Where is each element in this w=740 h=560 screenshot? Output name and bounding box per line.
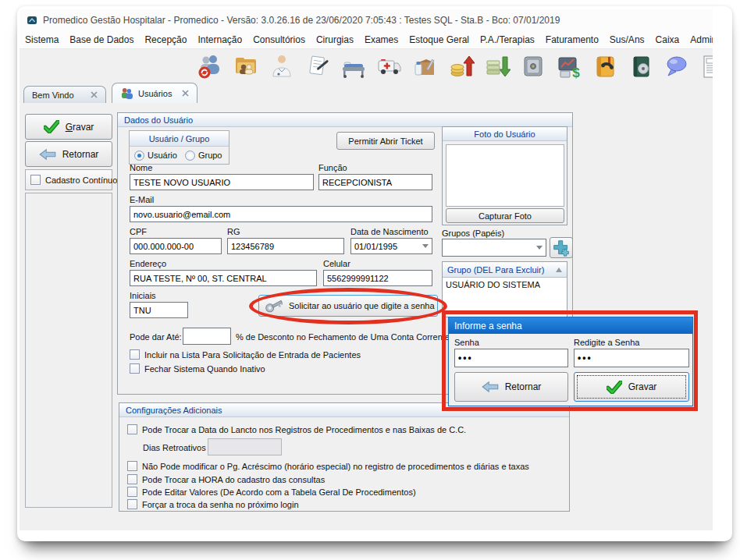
menu-faturamento[interactable]: Faturamento: [540, 32, 604, 48]
tab-close-icon[interactable]: [91, 91, 98, 98]
menu-bar: Sistema Base de Dados Recepção Internaçã…: [20, 31, 713, 48]
gravar-label: Gravar: [66, 122, 94, 133]
radio-grupo[interactable]: [185, 151, 195, 161]
menu-sistema[interactable]: Sistema: [20, 32, 64, 48]
cpf-input[interactable]: 000.000.000-00: [130, 238, 222, 254]
sync-users-icon[interactable]: [197, 53, 223, 80]
rg-input[interactable]: 123456789: [227, 238, 344, 254]
config-data-checkbox[interactable]: [127, 424, 137, 434]
revenue-down-icon[interactable]: [484, 53, 511, 80]
grupos-list: Grupo (DEL Para Excluir) USUÁRIO DO SIST…: [442, 261, 567, 317]
cadastro-continuo-checkbox[interactable]: [30, 175, 41, 185]
menu-recepcao[interactable]: Recepção: [139, 32, 192, 48]
iniciais-input[interactable]: TNU: [130, 302, 188, 318]
patients-folder-icon[interactable]: [233, 53, 259, 80]
cpf-label: CPF: [130, 227, 147, 236]
nome-input[interactable]: TESTE NOVO USUARIO: [130, 174, 314, 190]
config-acrescimo-label: Não Pode modificar o Pg. Acréscimo (horá…: [142, 462, 529, 471]
dialog-gravar-button[interactable]: Gravar: [574, 372, 689, 402]
nascimento-combo[interactable]: 01/01/1995: [350, 238, 432, 254]
tab-usuarios[interactable]: Usuários: [112, 83, 197, 103]
ambulance-icon[interactable]: [376, 53, 403, 80]
incluir-lista-row: Incluir na Lista Para Solicitação de Ent…: [130, 349, 361, 360]
incluir-lista-checkbox[interactable]: [130, 349, 140, 360]
funcao-input[interactable]: RECEPCIONISTA: [318, 174, 432, 190]
check-icon: [44, 120, 59, 133]
config-hora-row: Pode Trocar a HORA do cadastro das consu…: [127, 474, 325, 484]
menu-cirurgias[interactable]: Cirurgias: [311, 32, 359, 48]
config-acrescimo-checkbox[interactable]: [127, 461, 137, 471]
config-senha-checkbox[interactable]: [127, 499, 137, 509]
toolbar: $: [20, 48, 713, 83]
menu-pa-terapias[interactable]: P.A./Terapias: [475, 32, 540, 48]
red-ellipse-annotation: [249, 288, 447, 324]
menu-consultorios[interactable]: Consultórios: [247, 32, 311, 48]
radio-usuario[interactable]: [134, 151, 144, 161]
safe-icon[interactable]: [520, 53, 546, 80]
app-icon: [27, 15, 37, 26]
tab-usuarios-label: Usuários: [138, 89, 172, 98]
window-title: Promedico Gestão Hospitalar - Promedico …: [43, 15, 560, 26]
users-icon: [120, 87, 133, 99]
capturar-foto-button[interactable]: Capturar Foto: [446, 208, 564, 223]
grupos-list-item[interactable]: USUÁRIO DO SISTEMA: [443, 278, 567, 292]
grupos-label: Grupos (Papéis): [442, 229, 504, 238]
phone-book-icon[interactable]: [592, 53, 618, 80]
manual-book-icon[interactable]: [628, 53, 654, 80]
menu-administracao[interactable]: Administra: [685, 32, 713, 48]
app-surface: Promedico Gestão Hospitalar - Promedico …: [20, 9, 713, 530]
prescription-icon[interactable]: [304, 53, 331, 80]
chat-icon[interactable]: [664, 53, 690, 80]
desconto-input[interactable]: [183, 328, 231, 345]
menu-caixa[interactable]: Caixa: [650, 32, 685, 48]
iniciais-label: Iniciais: [130, 291, 156, 300]
cadastro-continuo-label: Cadastro Contínuo: [45, 175, 117, 185]
config-valores-label: Pode Editar Valores (De Acordo com a Tab…: [142, 487, 416, 497]
hospital-bed-icon[interactable]: [340, 53, 367, 80]
tab-bem-vindo[interactable]: Bem Vindo: [23, 86, 106, 103]
menu-sus-ans[interactable]: Sus/Ans: [604, 32, 650, 48]
chevron-down-icon[interactable]: [422, 244, 429, 248]
config-valores-checkbox[interactable]: [127, 487, 137, 497]
check-icon: [607, 381, 622, 394]
senha-input[interactable]: •••: [454, 349, 568, 367]
finance-chart-icon[interactable]: $: [556, 53, 582, 80]
gravar-button[interactable]: Gravar: [25, 114, 112, 140]
informe-senha-dialog: Informe a senha Senha Redigite a Senha •…: [448, 317, 693, 406]
doctor-icon[interactable]: [269, 53, 295, 80]
revenue-up-icon[interactable]: [448, 53, 475, 80]
dialog-retornar-button[interactable]: Retornar: [454, 372, 568, 402]
config-data-row: Pode Trocar a Data do Lancto nos Registr…: [127, 424, 466, 434]
retornar-button[interactable]: Retornar: [25, 141, 112, 167]
radio-usuario-label: Usuário: [148, 151, 177, 160]
menu-estoque-geral[interactable]: Estoque Geral: [404, 32, 475, 48]
config-hora-label: Pode Trocar a HORA do cadastro das consu…: [142, 475, 325, 484]
radio-grupo-label: Grupo: [198, 151, 222, 160]
back-arrow-icon: [482, 381, 499, 393]
grupos-combo[interactable]: [442, 239, 546, 257]
tab-close-icon[interactable]: [182, 90, 189, 97]
dias-retroativos-input: [208, 438, 282, 455]
informe-senha-title: Informe a senha: [449, 317, 692, 334]
endereco-input[interactable]: RUA TESTE, Nº 00, ST. CENTRAL: [130, 270, 317, 286]
menu-internacao[interactable]: Internação: [192, 32, 247, 48]
chevron-down-icon[interactable]: [536, 246, 543, 250]
fechar-sistema-checkbox[interactable]: [130, 363, 140, 374]
back-arrow-icon: [39, 148, 56, 161]
config-senha-label: Forçar a troca da senha no próximo login: [142, 500, 299, 509]
menu-base-de-dados[interactable]: Base de Dados: [64, 32, 139, 48]
email-input[interactable]: novo.usuario@email.com: [130, 206, 432, 222]
celular-input[interactable]: 5562999991122: [323, 270, 432, 286]
config-hora-checkbox[interactable]: [127, 474, 137, 484]
config-adicionais-group: Configurações Adicionais Pode Trocar a D…: [119, 402, 570, 512]
add-grupo-button[interactable]: [550, 237, 573, 258]
grupos-list-header[interactable]: Grupo (DEL Para Excluir): [443, 262, 567, 278]
permitir-ticket-button[interactable]: Permitir Abrir Ticket: [336, 132, 435, 150]
supplies-icon[interactable]: [412, 53, 439, 80]
nascimento-value: 01/01/1995: [354, 242, 397, 251]
menu-exames[interactable]: Exames: [359, 32, 404, 48]
report-icon[interactable]: [699, 53, 713, 80]
add-plus-icon: [553, 239, 570, 257]
redigite-input[interactable]: •••: [574, 349, 689, 367]
foto-preview-box: [446, 144, 564, 207]
